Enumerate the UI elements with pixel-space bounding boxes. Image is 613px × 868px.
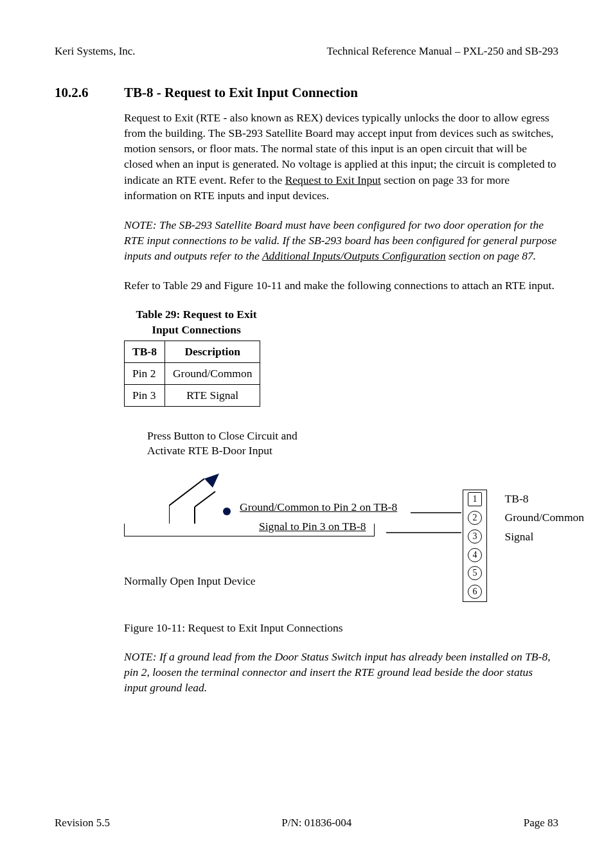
terminal-pin-3: 3 — [468, 529, 482, 544]
terminal-pin-6: 6 — [468, 585, 482, 599]
link-additional-io-config[interactable]: Additional Inputs/Outputs Configuration — [262, 249, 446, 262]
terminal-pin-1: 1 — [468, 492, 482, 506]
page-header: Keri Systems, Inc. Technical Reference M… — [55, 45, 558, 58]
switch-icon — [169, 474, 226, 524]
terminal-pin-5: 5 — [468, 566, 482, 580]
wire-label-ground: Ground/Common to Pin 2 on TB-8 — [240, 500, 397, 514]
terminal-block: 1 2 3 4 5 6 — [463, 490, 487, 602]
page-footer: Revision 5.5 P/N: 01836-004 Page 83 — [55, 817, 558, 829]
table-head-row: TB-8 Description — [125, 341, 260, 362]
figure-10-11: Press Button to Close Circuit and Activa… — [124, 429, 600, 621]
fig-top-line1: Press Button to Close Circuit and — [147, 429, 600, 444]
table-row: Pin 2 Ground/Common — [125, 362, 260, 384]
terminal-pin-2: 2 — [468, 511, 482, 525]
junction-dot-icon — [222, 507, 231, 516]
table-29: Table 29: Request to Exit Input Connecti… — [124, 307, 558, 406]
section-number: 10.2.6 — [55, 85, 98, 101]
cell-pin3-desc: RTE Signal — [164, 384, 260, 406]
normally-open-label: Normally Open Input Device — [124, 574, 256, 588]
header-left: Keri Systems, Inc. — [55, 45, 136, 58]
th-description: Description — [164, 341, 260, 362]
connections-table: TB-8 Description Pin 2 Ground/Common Pin… — [124, 341, 260, 407]
note1-post: section on page 87. — [446, 249, 536, 262]
svg-point-6 — [223, 508, 231, 515]
table-caption-line2: Input Connections — [124, 323, 269, 338]
svg-line-1 — [169, 479, 204, 506]
svg-line-3 — [195, 492, 215, 507]
term-label-title: TB-8 — [505, 490, 584, 509]
terminal-labels: TB-8 Ground/Common Signal — [505, 490, 584, 547]
note-2: NOTE: If a ground lead from the Door Sta… — [124, 649, 558, 695]
th-tb8: TB-8 — [125, 341, 165, 362]
terminal-pin-4: 4 — [468, 548, 482, 562]
header-right: Technical Reference Manual – PXL-250 and… — [327, 45, 558, 58]
paragraph-2: Refer to Table 29 and Figure 10-11 and m… — [124, 278, 558, 293]
note-1: NOTE: The SB-293 Satellite Board must ha… — [124, 217, 558, 263]
figure-caption: Figure 10-11: Request to Exit Input Conn… — [124, 621, 558, 635]
wire-lines-icon — [375, 511, 465, 540]
table-caption: Table 29: Request to Exit Input Connecti… — [124, 307, 269, 337]
section-heading: 10.2.6 TB-8 - Request to Exit Input Conn… — [55, 85, 558, 101]
table-caption-line1: Table 29: Request to Exit — [124, 307, 269, 323]
fig-top-line2: Activate RTE B-Door Input — [147, 443, 600, 459]
section-title: TB-8 - Request to Exit Input Connection — [124, 85, 358, 101]
svg-marker-4 — [204, 474, 219, 488]
footer-revision: Revision 5.5 — [55, 817, 110, 829]
term-label-ground: Ground/Common — [505, 508, 584, 527]
footer-page: Page 83 — [524, 817, 558, 829]
wire-label-signal: Signal to Pin 3 on TB-8 — [259, 520, 366, 533]
cell-pin2-desc: Ground/Common — [164, 362, 260, 384]
cell-pin3: Pin 3 — [125, 384, 165, 406]
paragraph-1: Request to Exit (RTE - also known as REX… — [124, 110, 558, 203]
figure-top-caption: Press Button to Close Circuit and Activa… — [147, 429, 600, 459]
table-row: Pin 3 RTE Signal — [125, 384, 260, 406]
term-label-signal: Signal — [505, 527, 584, 547]
note-2-block: NOTE: If a ground lead from the Door Sta… — [124, 649, 558, 695]
link-request-to-exit-input[interactable]: Request to Exit Input — [285, 173, 381, 186]
cell-pin2: Pin 2 — [125, 362, 165, 384]
body-content: Request to Exit (RTE - also known as REX… — [124, 110, 558, 293]
footer-pn: P/N: 01836-004 — [281, 817, 351, 829]
